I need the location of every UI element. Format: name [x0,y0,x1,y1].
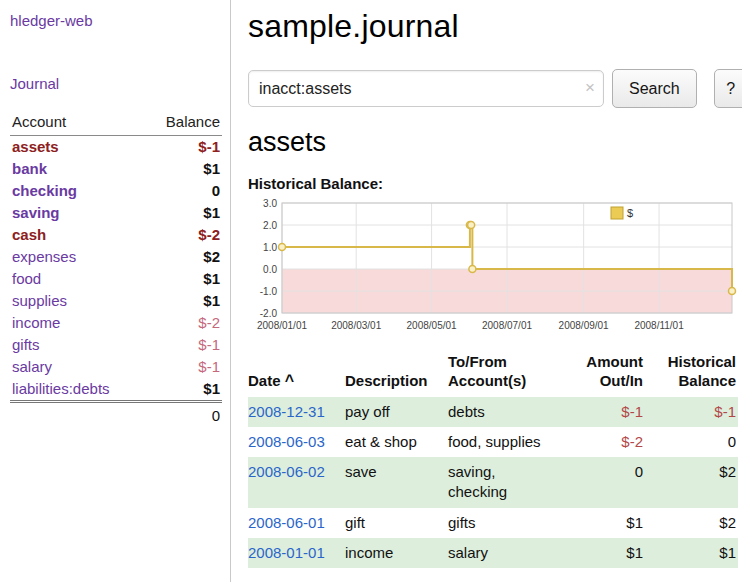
register-header-balance: Historical Balance [645,353,738,397]
transaction-date-link[interactable]: 2008-06-02 [248,463,325,480]
description-cell: pay off [345,397,448,427]
app-title-link[interactable]: hledger-web [10,12,222,29]
svg-text:2008/01/01: 2008/01/01 [257,320,307,331]
account-row: cash$-2 [10,224,222,246]
account-row: income$-2 [10,312,222,334]
account-row: bank$1 [10,158,222,180]
accounts-table: Account Balance assets$-1bank$1checking0… [10,110,222,427]
account-link[interactable]: income [12,314,60,331]
account-balance: $2 [145,246,222,268]
svg-text:0.0: 0.0 [263,264,277,275]
account-row: assets$-1 [10,136,222,159]
chart-legend: $ [611,207,633,219]
account-link[interactable]: food [12,270,41,287]
account-balance: $-2 [145,224,222,246]
register-row: 2008-06-03eat & shopfood, supplies$-20 [248,427,738,457]
date-header-label: Date [248,372,281,389]
account-balance: $-1 [145,136,222,159]
help-button[interactable]: ? [714,69,742,108]
account-link[interactable]: assets [12,138,59,155]
svg-text:2.0: 2.0 [263,220,277,231]
account-name-cell: bank [10,158,145,180]
account-link[interactable]: expenses [12,248,76,265]
accounts-total-spacer [10,402,145,428]
y-axis-labels: 3.02.01.00.0-1.0-2.0 [260,198,278,319]
account-link[interactable]: checking [12,182,77,199]
register-header-row: Date ^ Description To/From Account(s) Am… [248,353,738,397]
transaction-date-link[interactable]: 2008-01-01 [248,544,325,561]
amount-cell: $1 [573,508,645,538]
account-name-cell: checking [10,180,145,202]
account-link[interactable]: saving [12,204,60,221]
register-header-amount: Amount Out/In [573,353,645,397]
transaction-date-link[interactable]: 2008-06-01 [248,514,325,531]
register-header-description: Description [345,353,448,397]
search-button[interactable]: Search [612,69,697,108]
main-content: sample.journal × Search ? assets Histori… [231,0,742,582]
amount-cell: 0 [573,457,645,508]
chart-title: Historical Balance: [248,175,742,192]
account-row: saving$1 [10,202,222,224]
clear-search-icon[interactable]: × [585,78,595,98]
account-balance: $1 [145,378,222,402]
account-balance: 0 [145,180,222,202]
legend-swatch [611,207,623,219]
account-balance: $-2 [145,312,222,334]
date-cell: 2008-06-03 [248,427,345,457]
account-row: food$1 [10,268,222,290]
account-balance: $1 [145,158,222,180]
account-balance: $-1 [145,356,222,378]
date-cell: 2008-01-01 [248,538,345,568]
account-name-cell: income [10,312,145,334]
account-balance: $1 [145,268,222,290]
account-link[interactable]: liabilities:debts [12,380,110,397]
search-input[interactable] [248,70,604,107]
accounts-cell: saving, checking [448,457,573,508]
accounts-total-balance: 0 [145,402,222,428]
transaction-date-link[interactable]: 2008-06-03 [248,433,325,450]
date-cell: 2008-06-01 [248,508,345,538]
svg-text:3.0: 3.0 [263,198,277,209]
account-row: expenses$2 [10,246,222,268]
account-row: liabilities:debts$1 [10,378,222,402]
account-name-cell: cash [10,224,145,246]
account-link[interactable]: salary [12,358,52,375]
balance-cell: $2 [645,508,738,538]
account-link[interactable]: gifts [12,336,40,353]
account-balance: $1 [145,202,222,224]
legend-label: $ [627,207,633,219]
svg-text:2008/11/01: 2008/11/01 [634,320,684,331]
balance-cell: 0 [645,427,738,457]
svg-text:-2.0: -2.0 [260,308,278,319]
account-row: gifts$-1 [10,334,222,356]
account-name-cell: expenses [10,246,145,268]
account-link[interactable]: bank [12,160,47,177]
balance-cell: $-1 [645,397,738,427]
account-heading: assets [248,127,742,158]
sidebar-item-journal[interactable]: Journal [10,75,222,92]
accounts-cell: salary [448,538,573,568]
svg-text:-1.0: -1.0 [260,286,278,297]
date-cell: 2008-06-02 [248,457,345,508]
account-link[interactable]: supplies [12,292,67,309]
description-cell: save [345,457,448,508]
account-balance: $1 [145,290,222,312]
historical-balance-chart: 3.02.01.00.0-1.0-2.02008/01/012008/03/01… [248,197,740,339]
data-point-marker [468,222,475,229]
amount-cell: $-1 [573,397,645,427]
search-bar: × Search ? [248,69,742,108]
account-link[interactable]: cash [12,226,46,243]
account-name-cell: liabilities:debts [10,378,145,402]
description-cell: gift [345,508,448,538]
register-header-accounts: To/From Account(s) [448,353,573,397]
register-row: 2008-12-31pay offdebts$-1$-1 [248,397,738,427]
account-row: checking0 [10,180,222,202]
register-header-date[interactable]: Date ^ [248,353,345,397]
page-title: sample.journal [248,8,742,45]
data-point-marker [729,288,736,295]
description-cell: income [345,538,448,568]
register-table: Date ^ Description To/From Account(s) Am… [248,353,738,568]
svg-text:2008/09/01: 2008/09/01 [559,320,609,331]
amount-cell: $-2 [573,427,645,457]
transaction-date-link[interactable]: 2008-12-31 [248,403,325,420]
